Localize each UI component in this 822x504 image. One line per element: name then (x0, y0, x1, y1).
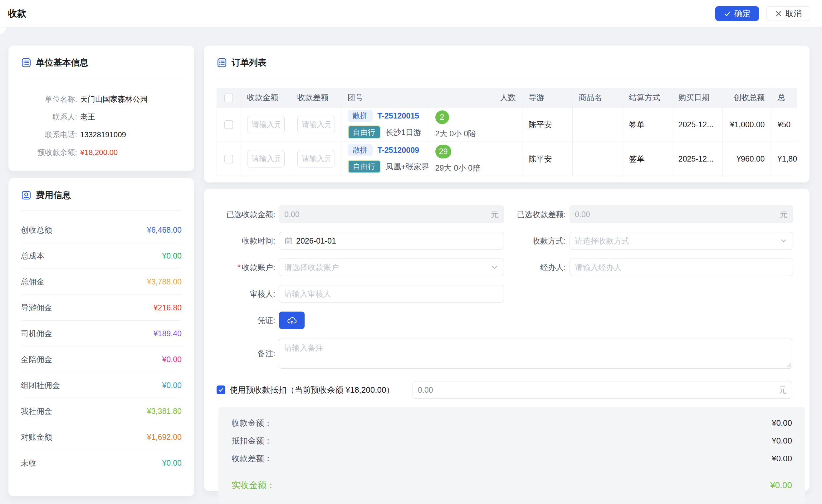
main-content: 单位基本信息 单位名称: 天门山国家森林公园 联系人: 老王 联系电话: 133… (0, 27, 822, 496)
travel-mode-tag: 自由行 (348, 125, 381, 139)
selected-amount-label: 已选收款金额: (217, 209, 275, 220)
deposit-checkbox-label[interactable]: 使用预收款抵扣（当前预收余额 ¥18,200.00） (230, 385, 394, 395)
page-title: 收款 (8, 7, 26, 20)
list-card-icon (217, 57, 227, 68)
receive-diff-input[interactable] (297, 150, 335, 167)
unit-info-title: 单位基本信息 (36, 57, 88, 69)
deposit-amount-input[interactable] (418, 385, 776, 395)
revenue-cell: ¥1,000.00 (723, 107, 771, 142)
confirm-button-label: 确定 (734, 8, 751, 19)
operator-label: 经办人: (504, 262, 566, 273)
left-column: 单位基本信息 单位名称: 天门山国家森林公园 联系人: 老王 联系电话: 133… (8, 46, 194, 496)
calendar-icon (284, 236, 293, 245)
order-list-card: 订单列表 收款金额 收款差额 (204, 46, 810, 182)
summary-total-row: 实收金额： ¥0.00 (232, 475, 792, 495)
fee-row: 对账金额 ¥1,692.00 (21, 424, 181, 450)
fee-info-card: 费用信息 创收总额 ¥6,468.00 总成本 ¥0.00 总佣金 ¥3,788… (8, 178, 194, 496)
yuan-suffix: 元 (491, 209, 499, 220)
remark-field[interactable] (279, 338, 792, 369)
group-type-tag: 散拼 (348, 144, 373, 156)
fee-row: 司机佣金 ¥189.40 (21, 321, 181, 347)
close-icon (775, 10, 782, 17)
fee-info-title: 费用信息 (36, 189, 71, 201)
order-code-link[interactable]: T-25120009 (378, 146, 419, 154)
order-row-2: 散拼 T-25120009 自由行 凤凰+张家界- 29 29大 (217, 142, 797, 176)
top-bar: 收款 确定 取消 (0, 0, 822, 27)
yuan-suffix: 元 (779, 385, 787, 395)
people-count-detail: 29大 0小 0陪 (435, 163, 516, 173)
topbar-actions: 确定 取消 (715, 6, 810, 21)
required-mark: * (238, 263, 241, 272)
deposit-amount-field[interactable]: 元 (413, 381, 792, 399)
amount-summary: 收款金额： ¥0.00 抵扣金额： ¥0.00 收款差额： ¥0.00 实收金额… (219, 407, 805, 503)
pay-method-select[interactable]: 请选择收款方式 (569, 232, 793, 250)
selected-amount-field: 元 (279, 206, 504, 223)
goods-cell (572, 142, 623, 176)
pay-time-picker[interactable] (279, 232, 504, 250)
deposit-balance-row: 预收款余额: ¥18,200.00 (18, 143, 185, 161)
order-row-1: 散拼 T-25120015 自由行 长沙1日游 2 2大 0小 0 (217, 107, 797, 142)
selected-diff-label: 已选收款差额: (504, 209, 566, 220)
auditor-input[interactable] (284, 289, 499, 298)
summary-row: 收款差额： ¥0.00 (232, 450, 792, 468)
pay-method-label: 收款方式: (504, 236, 566, 246)
people-count-detail: 2大 0小 0陪 (435, 128, 516, 139)
confirm-button[interactable]: 确定 (715, 6, 759, 21)
product-name: 长沙1日游 (386, 128, 421, 136)
contact-person-row: 联系人: 老王 (18, 108, 185, 126)
total-cell: ¥50 (771, 107, 797, 142)
pay-account-label: *收款账户: (217, 262, 275, 273)
fee-row: 总成本 ¥0.00 (21, 243, 181, 269)
chevron-down-icon (491, 263, 499, 271)
people-count-badge: 29 (435, 145, 452, 158)
unit-name-row: 单位名称: 天门山国家森林公园 (18, 90, 185, 108)
cancel-button[interactable]: 取消 (766, 6, 810, 21)
voucher-upload-button[interactable] (279, 312, 305, 329)
summary-row: 收款金额： ¥0.00 (232, 414, 792, 432)
row-checkbox[interactable] (225, 120, 233, 129)
product-name: 凤凰+张家界- (386, 163, 429, 171)
goods-cell (572, 107, 623, 142)
divider (232, 472, 792, 472)
pay-time-input[interactable] (296, 236, 499, 245)
receive-amount-input[interactable] (247, 150, 285, 167)
row-checkbox[interactable] (225, 155, 233, 163)
purchase-date-cell: 2025-12... (672, 142, 723, 176)
order-code-link[interactable]: T-25120015 (378, 112, 419, 120)
select-all-checkbox[interactable] (225, 94, 233, 102)
auditor-label: 审核人: (217, 289, 275, 299)
fee-row: 总佣金 ¥3,788.00 (21, 269, 181, 295)
divider (217, 78, 797, 78)
deposit-checkbox[interactable] (217, 385, 225, 394)
operator-input[interactable] (575, 263, 788, 272)
receive-diff-input[interactable] (297, 116, 335, 133)
fee-row: 组团社佣金 ¥0.00 (21, 372, 181, 398)
settlement-cell: 签单 (623, 142, 672, 176)
receive-amount-input[interactable] (247, 116, 285, 133)
guide-cell: 陈平安 (522, 107, 572, 142)
fee-row: 我社佣金 ¥3,381.80 (21, 398, 181, 424)
group-type-tag: 散拼 (348, 110, 373, 122)
right-column: 订单列表 收款金额 收款差额 (204, 46, 810, 496)
pay-account-select[interactable]: 请选择收款账户 (279, 259, 504, 276)
operator-field[interactable] (569, 259, 793, 276)
payment-form-card: 已选收款金额: 元 已选收款差额: 元 收款时间: (204, 189, 810, 491)
remark-label: 备注: (217, 348, 275, 359)
people-count-badge: 2 (435, 110, 449, 124)
selected-diff-input (575, 210, 777, 219)
auditor-field[interactable] (279, 285, 504, 303)
yuan-suffix: 元 (780, 209, 788, 220)
list-card-icon (21, 57, 31, 68)
voucher-label: 凭证: (217, 315, 275, 326)
cancel-button-label: 取消 (786, 8, 802, 19)
total-cell: ¥1,80 (771, 142, 797, 176)
order-list-title: 订单列表 (232, 57, 267, 69)
chevron-down-icon (780, 237, 788, 245)
fee-row: 全陪佣金 ¥0.00 (21, 347, 181, 372)
unit-info-card: 单位基本信息 单位名称: 天门山国家森林公园 联系人: 老王 联系电话: 133… (8, 46, 194, 171)
money-card-icon (21, 190, 31, 201)
order-table: 收款金额 收款差额 团号 人数 导游 商品名 结算方式 购买日期 创收总额 总 (217, 88, 797, 176)
remark-textarea[interactable] (279, 338, 792, 368)
settlement-cell: 签单 (623, 107, 672, 142)
fee-row: 导游佣金 ¥216.80 (21, 295, 181, 321)
